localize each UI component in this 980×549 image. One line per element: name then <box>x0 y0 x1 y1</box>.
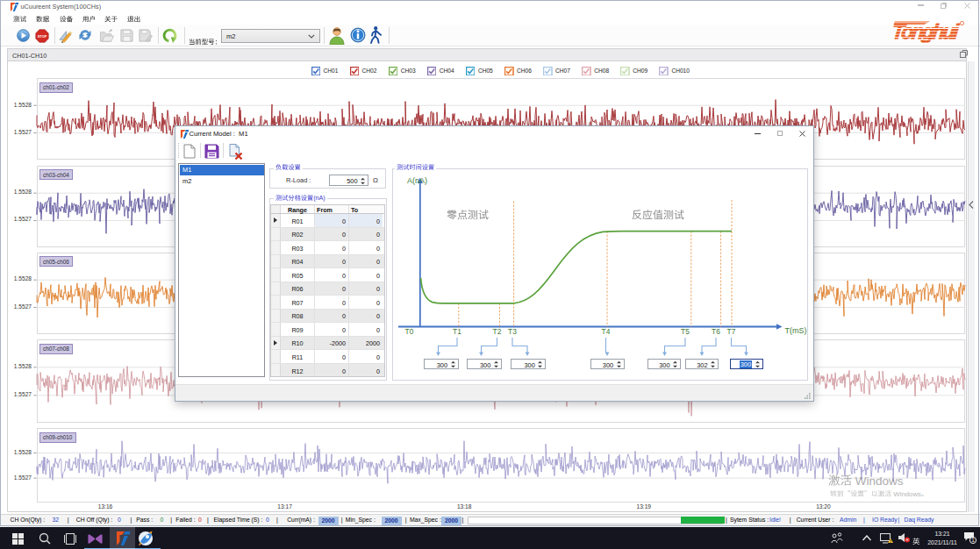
svg-text:1: 1 <box>971 537 975 543</box>
